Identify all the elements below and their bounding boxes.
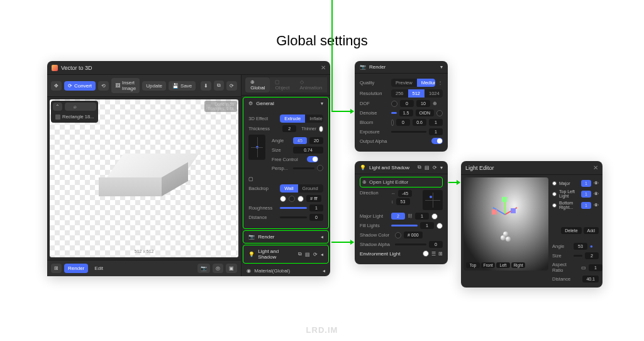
angle-control[interactable] [248, 135, 265, 160]
roughness-slider[interactable] [280, 207, 307, 209]
perspective-toggle[interactable] [317, 165, 323, 171]
quality-preview[interactable]: Preview [391, 79, 417, 87]
effect-extrude[interactable]: Extrude [280, 115, 305, 123]
target-icon[interactable]: ⊕ [433, 101, 437, 106]
shadow-color-swatch[interactable] [395, 232, 401, 238]
direction-y[interactable]: 53 [396, 198, 410, 205]
eye-icon[interactable]: 👁 [594, 203, 599, 208]
refresh-icon[interactable]: ⟳ [433, 165, 437, 170]
major-swatch[interactable] [552, 181, 557, 186]
env-color[interactable] [423, 250, 429, 257]
edit-button[interactable]: Edit [91, 264, 107, 273]
dof-value[interactable]: 0 [400, 100, 414, 107]
link-icon[interactable]: ⛓ [408, 213, 413, 219]
tab-global[interactable]: ⊕ Global [245, 77, 270, 92]
more-icon[interactable]: ⋮ [438, 80, 443, 86]
direction-control[interactable] [423, 190, 443, 210]
denoise-toggle[interactable] [436, 110, 443, 116]
major-val2[interactable]: 1 [415, 213, 429, 220]
color-swatch-swap[interactable] [289, 196, 295, 202]
bloom-v1[interactable]: 0 [396, 119, 410, 126]
top-left-item[interactable]: Top Left Light [559, 189, 579, 198]
save-button[interactable]: 💾Save [169, 81, 196, 91]
denoise-mode[interactable]: OIDN [416, 109, 435, 116]
effect-inflate[interactable]: Inflate [305, 115, 323, 123]
copy-icon[interactable]: ⧉ [214, 81, 224, 91]
top-left-val[interactable]: 1 [581, 191, 591, 198]
backdrop-ground[interactable]: Ground [298, 184, 323, 193]
denoise-value[interactable]: 1.5 [399, 109, 413, 116]
thinner-toggle[interactable] [319, 126, 323, 132]
insert-image-button[interactable]: 🖼Insert Image [111, 78, 140, 93]
bloom-v3[interactable]: 1 [429, 119, 443, 126]
fill-color[interactable] [436, 223, 443, 229]
bottom-right-item[interactable]: Bottom Right... [559, 201, 579, 210]
dof-toggle[interactable] [391, 101, 397, 107]
library-icon[interactable]: ▤ [305, 252, 310, 257]
perspective-slider[interactable] [293, 167, 314, 169]
delete-button[interactable]: Delete [561, 227, 581, 234]
angle-x[interactable]: 45 [293, 137, 307, 144]
distance-slider[interactable] [280, 216, 307, 218]
shadow-alpha-value[interactable]: 0 [429, 241, 443, 248]
layer-name[interactable]: Rectangle 18... [62, 114, 94, 120]
res-256[interactable]: 256 [391, 89, 408, 98]
update-button[interactable]: Update [142, 81, 166, 91]
res-1024[interactable]: 1024 [425, 89, 443, 98]
output-alpha-toggle[interactable] [431, 138, 443, 144]
viewport-3d[interactable]: 512 x 512 [50, 99, 238, 257]
render-section-collapsed[interactable]: 📷 Render ◂ [243, 230, 329, 243]
refresh-icon[interactable]: ⟳ [313, 252, 318, 257]
denoise-slider[interactable] [391, 112, 397, 114]
exposure-value[interactable]: 1 [429, 128, 443, 135]
move-tool-icon[interactable]: ✥ [51, 81, 62, 91]
view-top[interactable]: Top [466, 262, 480, 268]
render-button[interactable]: Render [64, 264, 88, 273]
eye-icon[interactable]: 👁 [594, 181, 599, 186]
le-size-val[interactable]: 2 [585, 252, 599, 259]
cube-icon[interactable]: ▣ [226, 264, 237, 273]
bloom-toggle[interactable] [391, 120, 394, 126]
le-angle-val[interactable]: 53 [574, 243, 587, 250]
add-button[interactable]: Add [584, 227, 599, 234]
eye-icon[interactable]: 👁 [594, 191, 599, 197]
roughness-value[interactable]: 1 [309, 204, 323, 211]
topleft-swatch[interactable] [552, 192, 557, 196]
material-section-collapsed[interactable]: ◉ Material(Global) ◂ [242, 265, 330, 276]
view-left[interactable]: Left [496, 262, 510, 268]
shadow-alpha-slider[interactable] [395, 243, 426, 245]
fill-slider[interactable] [391, 225, 418, 226]
download-icon[interactable]: ⬇ [201, 81, 211, 91]
major-val[interactable]: 2 [391, 213, 405, 220]
distance-value[interactable]: 0 [309, 214, 323, 221]
open-light-editor-button[interactable]: ⊕ Open Light Editor [360, 177, 443, 187]
chevron-down-icon[interactable]: ▾ [440, 165, 443, 170]
le-distance-val[interactable]: 40.1 [582, 276, 599, 282]
view-front[interactable]: Front [481, 262, 495, 268]
bloom-v2[interactable]: 0.6 [413, 119, 426, 126]
env-grid-icon[interactable]: ⊞ [438, 251, 443, 257]
backdrop-wall[interactable]: Wall [280, 184, 297, 193]
light-shadow-section-collapsed[interactable]: 💡 Light and Shadow ⧉ ▤ ⟳ ◂ [243, 245, 329, 264]
collapse-icon[interactable]: ⌃ [53, 103, 62, 111]
light-editor-viewport[interactable]: Top Front Left Right [464, 177, 548, 271]
bottomright-swatch[interactable] [552, 203, 557, 208]
size-value[interactable]: 0.74 [293, 147, 323, 154]
tab-object[interactable]: ▢ Object [270, 77, 294, 92]
close-icon[interactable]: ✕ [593, 164, 598, 171]
convert-button[interactable]: ⟳Convert [64, 81, 96, 91]
shadow-hex[interactable]: # 000 [404, 232, 423, 238]
dof-value2[interactable]: 10 [416, 100, 430, 107]
chevron-down-icon[interactable]: ▾ [321, 101, 323, 106]
le-size-slider[interactable] [574, 255, 582, 257]
close-icon[interactable]: ✕ [321, 64, 326, 71]
view-right[interactable]: Right [511, 262, 525, 268]
backdrop-none[interactable]: None [323, 184, 323, 193]
library-icon[interactable]: ▤ [425, 165, 430, 170]
search-icon[interactable]: ⌕ [65, 103, 96, 111]
refresh-icon[interactable]: ⟳ [226, 81, 237, 91]
env-list-icon[interactable]: ☰ [431, 251, 436, 257]
res-512[interactable]: 512 [408, 89, 425, 98]
direction-x[interactable]: -45 [398, 190, 412, 197]
thickness-value[interactable]: 2 [282, 125, 296, 132]
